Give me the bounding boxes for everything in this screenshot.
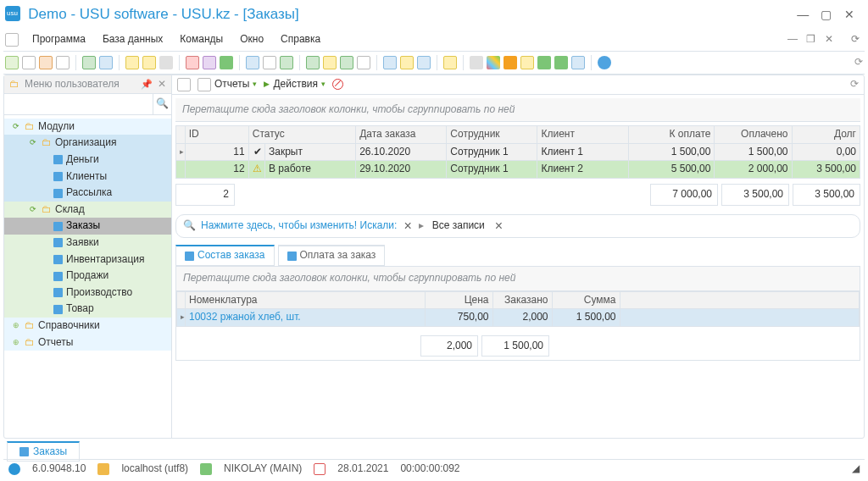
- actions-dropdown[interactable]: ▶Действия▾: [264, 78, 326, 91]
- panel-refresh-icon[interactable]: ⟳: [850, 78, 859, 91]
- search-icon[interactable]: 🔍: [153, 94, 171, 114]
- menu-bar: Программа База данных Команды Окно Справ…: [3, 29, 865, 52]
- tb-flag-icon[interactable]: [186, 56, 199, 69]
- tb-filter-icon[interactable]: [125, 56, 139, 69]
- sidebar-pin-icon[interactable]: 📌: [141, 78, 153, 90]
- total-paid: 3 500,00: [721, 184, 789, 206]
- tree-clients[interactable]: Клиенты: [4, 169, 171, 185]
- folder-icon: 🗀: [9, 78, 19, 91]
- mdi-minimize-button[interactable]: —: [785, 33, 800, 47]
- tb-users-icon[interactable]: [554, 56, 568, 69]
- mdi-close-button[interactable]: ✕: [821, 33, 837, 47]
- tb-add-icon[interactable]: [306, 56, 320, 69]
- menu-commands[interactable]: Команды: [171, 31, 231, 48]
- tree-mailing[interactable]: Рассылка: [4, 185, 171, 202]
- stop-icon[interactable]: [332, 79, 343, 90]
- reports-dropdown[interactable]: Отчеты▾: [198, 78, 257, 91]
- tb-edit-icon[interactable]: [39, 56, 53, 69]
- tb-word-icon[interactable]: [357, 56, 370, 69]
- sidebar-search-input[interactable]: [4, 94, 153, 114]
- status-version: 6.0.9048.10: [32, 462, 86, 476]
- tb-filter2-icon[interactable]: [142, 56, 156, 69]
- tree-directories[interactable]: ⊕🗀Справочники: [4, 318, 171, 334]
- lines-grid[interactable]: Номенклатура Цена Заказано Сумма ▸ 10032…: [176, 291, 860, 327]
- tb-pin-icon[interactable]: [443, 56, 457, 69]
- menu-database[interactable]: База данных: [94, 31, 171, 48]
- tb-folder1-icon[interactable]: [383, 56, 397, 69]
- tb-window-icon[interactable]: [263, 56, 276, 69]
- tb-image-icon[interactable]: [203, 56, 216, 69]
- status-timer: 00:00:00:092: [400, 462, 459, 476]
- tree-money[interactable]: Деньги: [4, 152, 171, 169]
- filter-clear-icon[interactable]: ×: [402, 218, 413, 235]
- mdi-refresh-icon[interactable]: ⟳: [848, 33, 863, 47]
- tb-exit-icon[interactable]: [220, 56, 233, 69]
- panel-menu-icon[interactable]: [177, 78, 191, 91]
- mdi-restore-button[interactable]: ❐: [803, 33, 818, 47]
- tree-sales[interactable]: Продажи: [4, 268, 171, 285]
- tb-lock-icon[interactable]: [520, 56, 534, 69]
- tb-info-icon[interactable]: [598, 56, 611, 69]
- status-user: NIKOLAY (MAIN): [224, 462, 302, 476]
- tb-search-icon[interactable]: [99, 56, 113, 69]
- order-lines-panel: Перетащите сюда заголовок колонки, чтобы…: [175, 266, 860, 361]
- tb-note-icon[interactable]: [323, 56, 337, 69]
- app-menu-icon[interactable]: [5, 33, 19, 47]
- tb-refresh-right-icon[interactable]: ⟳: [854, 56, 863, 69]
- sidebar-close-icon[interactable]: ✕: [158, 78, 166, 91]
- tree-goods[interactable]: Товар: [4, 301, 171, 318]
- filter-chip[interactable]: Все записи: [429, 219, 488, 233]
- status-db: localhost (utf8): [121, 462, 188, 476]
- tree-production[interactable]: Производство: [4, 285, 171, 301]
- tb-grid-icon[interactable]: [280, 56, 293, 69]
- filter-chip-close-icon[interactable]: ×: [493, 218, 504, 235]
- lines-row[interactable]: ▸ 10032 ржаной хлеб, шт. 750,00 2,000 1 …: [177, 309, 860, 327]
- tab-icon: [287, 252, 297, 261]
- main-toolbar: ⟳: [3, 52, 865, 75]
- tb-clean-icon[interactable]: [571, 56, 585, 69]
- tab-order-payment[interactable]: Оплата за заказ: [278, 245, 386, 266]
- lines-header[interactable]: Номенклатура Цена Заказано Сумма: [177, 291, 860, 309]
- filter-prompt: Нажмите здесь, чтобы изменить! Искали:: [201, 219, 397, 233]
- status-calendar-icon: [314, 463, 326, 475]
- tree-requests[interactable]: Заявки: [4, 235, 171, 252]
- tb-layout-icon[interactable]: [246, 56, 259, 69]
- close-button[interactable]: ✕: [839, 7, 860, 22]
- orders-grid[interactable]: ID Статус Дата заказа Сотрудник Клиент К…: [175, 125, 860, 179]
- orders-row[interactable]: 12 ⚠ В работе 29.10.2020 Сотрудник 1 Кли…: [176, 161, 860, 179]
- tb-filter-off-icon[interactable]: [159, 56, 173, 69]
- tree-modules[interactable]: ⟳🗀Модули: [4, 119, 171, 135]
- minimize-button[interactable]: —: [793, 7, 813, 22]
- main-panel: Отчеты▾ ▶Действия▾ ⟳ Перетащите сюда заг…: [172, 75, 864, 438]
- menu-help[interactable]: Справка: [272, 31, 329, 48]
- tree-inventory[interactable]: Инвентаризация: [4, 252, 171, 268]
- menu-program[interactable]: Программа: [24, 31, 94, 48]
- tb-new-icon[interactable]: [5, 56, 19, 69]
- tree-reports[interactable]: ⊕🗀Отчеты: [4, 334, 171, 351]
- tb-copy-icon[interactable]: [56, 56, 70, 69]
- total-debt: 3 500,00: [793, 184, 860, 206]
- tree-organization[interactable]: ⟳🗀Организация: [4, 135, 171, 152]
- status-grip-icon[interactable]: ◢: [852, 462, 860, 476]
- tb-open-icon[interactable]: [22, 56, 36, 69]
- tb-color-icon[interactable]: [487, 56, 500, 69]
- menu-window[interactable]: Окно: [231, 31, 272, 48]
- group-hint-lines[interactable]: Перетащите сюда заголовок колонки, чтобы…: [176, 267, 860, 291]
- orders-header[interactable]: ID Статус Дата заказа Сотрудник Клиент К…: [176, 126, 860, 144]
- tb-excel-icon[interactable]: [340, 56, 353, 69]
- tree-warehouse[interactable]: ⟳🗀Склад: [4, 202, 171, 218]
- maximize-button[interactable]: ▢: [816, 7, 837, 22]
- tb-rss-icon[interactable]: [504, 56, 517, 69]
- status-info-icon[interactable]: [8, 463, 20, 475]
- tb-folder2-icon[interactable]: [400, 56, 414, 69]
- tree-orders[interactable]: Заказы: [4, 218, 171, 235]
- tb-user-icon[interactable]: [537, 56, 551, 69]
- filter-bar[interactable]: 🔍 Нажмите здесь, чтобы изменить! Искали:…: [175, 214, 860, 239]
- tb-folder3-icon[interactable]: [417, 56, 431, 69]
- group-hint[interactable]: Перетащите сюда заголовок колонки, чтобы…: [175, 98, 860, 123]
- tb-gear-icon[interactable]: [470, 56, 483, 69]
- orders-row[interactable]: ▸ 11 ✔ Закрыт 26.10.2020 Сотрудник 1 Кли…: [176, 143, 860, 161]
- tb-refresh-icon[interactable]: [82, 56, 96, 69]
- tab-order-content[interactable]: Состав заказа: [175, 245, 275, 266]
- sidebar-search: 🔍: [4, 94, 171, 115]
